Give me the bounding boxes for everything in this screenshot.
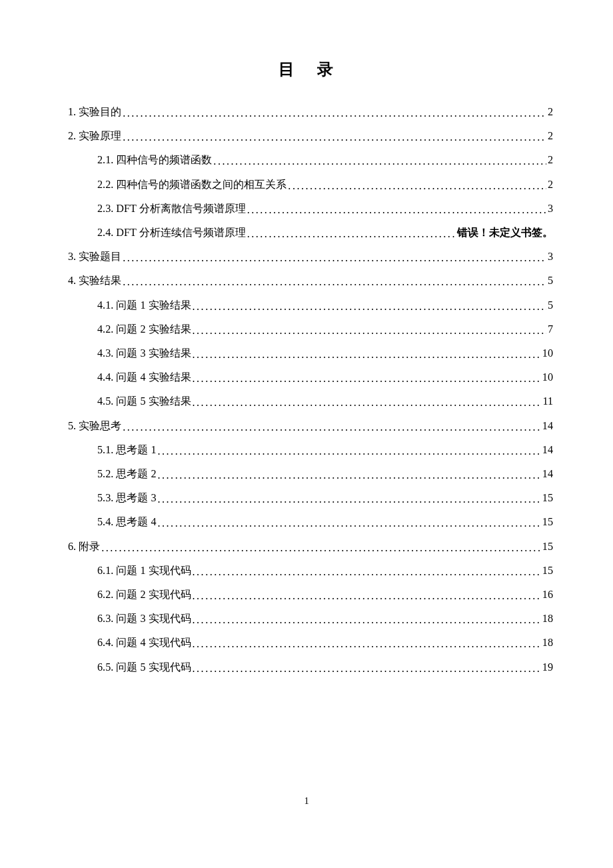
toc-entry[interactable]: 6.3. 问题 3 实现代码18 (68, 607, 553, 631)
toc-entry-page: 15 (542, 541, 553, 552)
toc-entry-label: 4.1. 问题 1 实验结果 (97, 300, 191, 311)
toc-entry[interactable]: 3. 实验题目3 (68, 245, 553, 269)
toc-leader-dots (123, 253, 546, 263)
toc-leader-dots (157, 494, 540, 505)
toc-entry[interactable]: 5.4. 思考题 415 (68, 510, 553, 534)
toc-entry-label: 5. 实验思考 (68, 421, 121, 431)
toc-entry-label: 5.1. 思考题 1 (97, 445, 156, 455)
page-number: 1 (0, 795, 613, 807)
toc-entry-page: 2 (548, 179, 553, 190)
toc-entry-label: 2.4. DFT 分析连续信号频谱原理 (97, 227, 246, 238)
toc-entry[interactable]: 4.2. 问题 2 实验结果7 (68, 317, 553, 341)
toc-leader-dots (193, 639, 541, 649)
toc-entry[interactable]: 4.5. 问题 5 实验结果11 (68, 389, 553, 413)
table-of-contents: 1. 实验目的22. 实验原理22.1. 四种信号的频谱函数22.2. 四种信号… (68, 100, 553, 679)
toc-leader-dots (157, 446, 540, 457)
toc-entry[interactable]: 6.1. 问题 1 实现代码15 (68, 559, 553, 583)
toc-leader-dots (247, 229, 456, 239)
toc-leader-dots (193, 373, 541, 384)
toc-entry-label: 6.2. 问题 2 实现代码 (97, 589, 191, 600)
toc-entry-page: 14 (542, 445, 553, 455)
toc-entry-page: 5 (548, 275, 553, 286)
toc-entry-label: 4.3. 问题 3 实验结果 (97, 348, 191, 359)
toc-entry-page: 7 (548, 324, 553, 335)
toc-entry[interactable]: 5.2. 思考题 214 (68, 462, 553, 486)
toc-entry-page: 11 (542, 396, 553, 407)
toc-entry[interactable]: 2.2. 四种信号的频谱函数之间的相互关系2 (68, 173, 553, 197)
toc-entry-label: 3. 实验题目 (68, 251, 121, 262)
toc-entry-label: 4.5. 问题 5 实验结果 (97, 396, 191, 407)
toc-entry[interactable]: 4.1. 问题 1 实验结果5 (68, 293, 553, 317)
toc-entry-label: 2.1. 四种信号的频谱函数 (97, 155, 212, 165)
toc-leader-dots (193, 663, 541, 674)
toc-entry-page: 2 (548, 107, 553, 117)
toc-entry-page: 10 (542, 348, 553, 359)
toc-entry-page: 2 (548, 131, 553, 141)
toc-title: 目 录 (68, 59, 553, 80)
toc-leader-dots (288, 181, 546, 191)
toc-error-bookmark: 错误！未定义书签。 (457, 227, 553, 238)
toc-leader-dots (193, 567, 541, 577)
toc-entry-page: 18 (542, 613, 553, 624)
toc-leader-dots (157, 518, 540, 529)
toc-entry-page: 19 (542, 662, 553, 673)
toc-leader-dots (101, 543, 541, 553)
toc-leader-dots (193, 615, 541, 625)
toc-entry-label: 6.1. 问题 1 实现代码 (97, 565, 191, 576)
toc-entry[interactable]: 4. 实验结果5 (68, 269, 553, 293)
toc-entry-page: 14 (542, 421, 553, 431)
toc-entry-label: 2.2. 四种信号的频谱函数之间的相互关系 (97, 179, 287, 190)
toc-leader-dots (213, 156, 546, 167)
toc-entry-label: 2. 实验原理 (68, 131, 121, 141)
toc-leader-dots (193, 397, 542, 408)
toc-entry[interactable]: 2. 实验原理2 (68, 124, 553, 148)
toc-entry[interactable]: 2.1. 四种信号的频谱函数2 (68, 148, 553, 172)
toc-leader-dots (247, 205, 546, 215)
toc-entry-page: 10 (542, 372, 553, 383)
toc-entry[interactable]: 4.3. 问题 3 实验结果10 (68, 341, 553, 365)
toc-entry-label: 2.3. DFT 分析离散信号频谱原理 (97, 203, 246, 214)
toc-entry-page: 15 (542, 493, 553, 503)
toc-entry-label: 6.4. 问题 4 实现代码 (97, 637, 191, 648)
document-page: 目 录 1. 实验目的22. 实验原理22.1. 四种信号的频谱函数22.2. … (0, 0, 613, 679)
toc-entry[interactable]: 6.4. 问题 4 实现代码18 (68, 631, 553, 655)
toc-entry-label: 5.3. 思考题 3 (97, 493, 156, 503)
toc-entry-page: 15 (542, 565, 553, 576)
toc-entry-page: 18 (542, 637, 553, 648)
toc-entry[interactable]: 5. 实验思考14 (68, 414, 553, 438)
toc-leader-dots (157, 470, 540, 481)
toc-entry-page: 14 (542, 469, 553, 479)
toc-entry-page: 3 (548, 203, 553, 214)
toc-entry-page: 2 (548, 155, 553, 165)
toc-entry-page: 16 (542, 589, 553, 600)
toc-leader-dots (193, 591, 541, 601)
toc-entry[interactable]: 2.4. DFT 分析连续信号频谱原理错误！未定义书签。 (68, 221, 553, 245)
toc-entry-label: 5.2. 思考题 2 (97, 469, 156, 479)
toc-entry[interactable]: 5.3. 思考题 315 (68, 486, 553, 510)
toc-entry[interactable]: 2.3. DFT 分析离散信号频谱原理3 (68, 197, 553, 221)
toc-entry-label: 1. 实验目的 (68, 107, 121, 117)
toc-entry-label: 6.5. 问题 5 实现代码 (97, 662, 191, 673)
toc-leader-dots (193, 301, 546, 312)
toc-entry-label: 4. 实验结果 (68, 275, 121, 286)
toc-entry[interactable]: 6.2. 问题 2 实现代码16 (68, 583, 553, 607)
toc-leader-dots (123, 132, 546, 143)
toc-entry-label: 4.4. 问题 4 实验结果 (97, 372, 191, 383)
toc-entry[interactable]: 5.1. 思考题 114 (68, 438, 553, 462)
toc-leader-dots (123, 422, 541, 433)
toc-entry[interactable]: 4.4. 问题 4 实验结果10 (68, 365, 553, 389)
toc-entry-page: 5 (548, 300, 553, 311)
toc-entry[interactable]: 1. 实验目的2 (68, 100, 553, 124)
toc-leader-dots (193, 325, 546, 336)
toc-entry-label: 6.3. 问题 3 实现代码 (97, 613, 191, 624)
toc-entry-label: 4.2. 问题 2 实验结果 (97, 324, 191, 335)
toc-leader-dots (193, 349, 541, 360)
toc-entry-label: 6. 附录 (68, 541, 100, 552)
toc-entry-label: 5.4. 思考题 4 (97, 517, 156, 527)
toc-entry[interactable]: 6. 附录15 (68, 535, 553, 559)
toc-entry[interactable]: 6.5. 问题 5 实现代码19 (68, 655, 553, 679)
toc-entry-page: 15 (542, 517, 553, 527)
toc-leader-dots (123, 277, 546, 287)
toc-entry-page: 3 (548, 251, 553, 262)
toc-leader-dots (123, 108, 546, 119)
